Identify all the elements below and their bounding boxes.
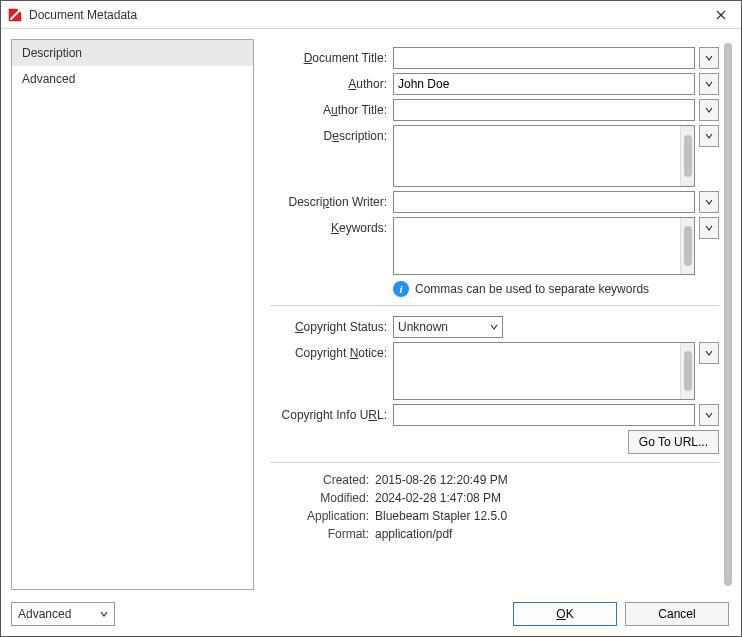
document-title-dropdown[interactable] xyxy=(699,47,719,69)
info-icon: i xyxy=(393,281,409,297)
chevron-down-icon xyxy=(705,411,713,419)
chevron-down-icon xyxy=(100,610,108,618)
sidebar-item-label: Advanced xyxy=(22,72,75,86)
panel-scrollbar[interactable] xyxy=(719,39,737,590)
content-row: Description Advanced Document Title: xyxy=(11,39,737,590)
cancel-button[interactable]: Cancel xyxy=(625,602,729,626)
app-icon xyxy=(7,7,23,23)
value-created: 2015-08-26 12:20:49 PM xyxy=(375,473,719,487)
label-keywords: Keywords: xyxy=(270,217,393,235)
meta-created: Created: 2015-08-26 12:20:49 PM xyxy=(270,473,719,487)
keywords-hint-row: i Commas can be used to separate keyword… xyxy=(393,281,719,297)
advanced-footer-select[interactable]: Advanced xyxy=(11,602,115,626)
author-title-input[interactable] xyxy=(393,99,695,121)
sidebar-item-description[interactable]: Description xyxy=(12,40,253,66)
section-divider-1 xyxy=(270,305,719,306)
chevron-down-icon xyxy=(705,224,713,232)
window-title: Document Metadata xyxy=(29,8,705,22)
label-author-title: Author Title: xyxy=(270,99,393,117)
label-modified: Modified: xyxy=(270,491,375,505)
keywords-textarea[interactable] xyxy=(394,218,680,274)
value-modified: 2024-02-28 1:47:08 PM xyxy=(375,491,719,505)
copyright-status-select[interactable]: Unknown xyxy=(393,316,503,338)
label-description: Description: xyxy=(270,125,393,143)
keywords-dropdown[interactable] xyxy=(699,217,719,239)
description-writer-dropdown[interactable] xyxy=(699,191,719,213)
row-author-title: Author Title: xyxy=(270,99,719,121)
label-copyright-notice: Copyright Notice: xyxy=(270,342,393,360)
goto-url-button[interactable]: Go To URL... xyxy=(628,430,719,454)
label-copyright-url: Copyright Info URL: xyxy=(270,404,393,422)
description-writer-input[interactable] xyxy=(393,191,695,213)
chevron-down-icon xyxy=(705,132,713,140)
copyright-notice-textarea[interactable] xyxy=(394,343,680,399)
label-document-title: Document Title: xyxy=(270,47,393,65)
copyright-url-input[interactable] xyxy=(393,404,695,426)
copyright-status-value: Unknown xyxy=(398,320,448,334)
copyright-notice-textarea-wrap xyxy=(393,342,695,400)
document-title-input[interactable] xyxy=(393,47,695,69)
row-keywords: Keywords: xyxy=(270,217,719,275)
keywords-scrollbar[interactable] xyxy=(680,218,694,274)
sidebar-item-advanced[interactable]: Advanced xyxy=(12,66,253,92)
document-metadata-window: Document Metadata Description Advanced D… xyxy=(0,0,742,637)
author-dropdown[interactable] xyxy=(699,73,719,95)
keywords-hint: Commas can be used to separate keywords xyxy=(415,282,649,296)
body-area: Description Advanced Document Title: xyxy=(1,29,741,636)
chevron-down-icon xyxy=(705,198,713,206)
row-author: Author: xyxy=(270,73,719,95)
meta-application: Application: Bluebeam Stapler 12.5.0 xyxy=(270,509,719,523)
row-copyright-url: Copyright Info URL: xyxy=(270,404,719,426)
sidebar-item-label: Description xyxy=(22,46,82,60)
label-application: Application: xyxy=(270,509,375,523)
label-created: Created: xyxy=(270,473,375,487)
copyright-url-dropdown[interactable] xyxy=(699,404,719,426)
chevron-down-icon xyxy=(490,323,498,331)
label-format: Format: xyxy=(270,527,375,541)
author-title-dropdown[interactable] xyxy=(699,99,719,121)
row-description: Description: xyxy=(270,125,719,187)
description-scrollbar[interactable] xyxy=(680,126,694,186)
close-icon xyxy=(716,10,726,20)
copyright-notice-scrollbar[interactable] xyxy=(680,343,694,399)
close-button[interactable] xyxy=(705,3,737,27)
chevron-down-icon xyxy=(705,54,713,62)
meta-format: Format: application/pdf xyxy=(270,527,719,541)
row-copyright-notice: Copyright Notice: xyxy=(270,342,719,400)
description-textarea[interactable] xyxy=(394,126,680,186)
label-description-writer: Description Writer: xyxy=(270,191,393,209)
dialog-footer: Advanced OK Cancel xyxy=(11,598,737,626)
chevron-down-icon xyxy=(705,106,713,114)
value-format: application/pdf xyxy=(375,527,719,541)
advanced-footer-label: Advanced xyxy=(18,607,71,621)
author-input[interactable] xyxy=(393,73,695,95)
label-author: Author: xyxy=(270,73,393,91)
meta-modified: Modified: 2024-02-28 1:47:08 PM xyxy=(270,491,719,505)
chevron-down-icon xyxy=(705,80,713,88)
keywords-textarea-wrap xyxy=(393,217,695,275)
titlebar: Document Metadata xyxy=(1,1,741,29)
row-copyright-status: Copyright Status: Unknown xyxy=(270,316,719,338)
value-application: Bluebeam Stapler 12.5.0 xyxy=(375,509,719,523)
description-panel: Document Title: Author: xyxy=(264,39,719,581)
row-document-title: Document Title: xyxy=(270,47,719,69)
row-description-writer: Description Writer: xyxy=(270,191,719,213)
description-dropdown[interactable] xyxy=(699,125,719,147)
copyright-notice-dropdown[interactable] xyxy=(699,342,719,364)
main-column: Document Title: Author: xyxy=(264,39,737,590)
chevron-down-icon xyxy=(705,349,713,357)
goto-url-row: Go To URL... xyxy=(270,430,719,454)
ok-button[interactable]: OK xyxy=(513,602,617,626)
section-divider-2 xyxy=(270,462,719,463)
scroll-thumb[interactable] xyxy=(724,43,732,586)
label-copyright-status: Copyright Status: xyxy=(270,316,393,334)
sidebar-nav: Description Advanced xyxy=(11,39,254,590)
description-textarea-wrap xyxy=(393,125,695,187)
